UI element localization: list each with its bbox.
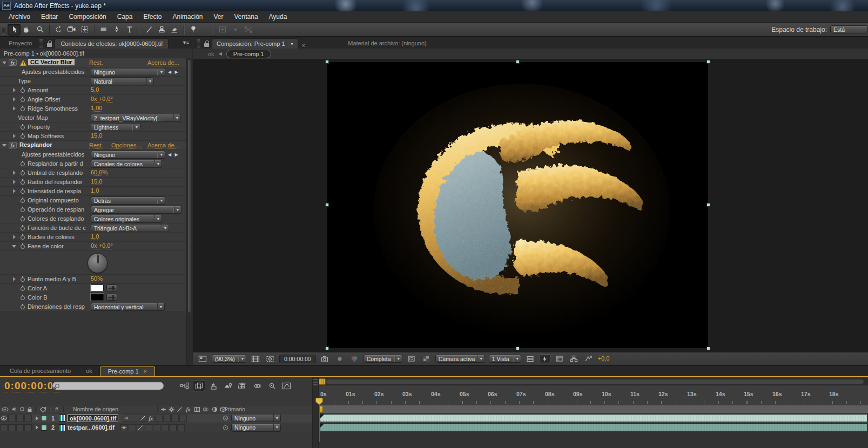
frame-blend-switch-icon[interactable] xyxy=(193,406,201,412)
preset-dropdown[interactable]: Ninguno▼ xyxy=(91,68,165,76)
param-value[interactable]: 1,00 xyxy=(91,105,102,112)
draft-3d-icon[interactable] xyxy=(193,380,205,391)
rectangle-tool[interactable] xyxy=(97,24,110,36)
time-navigator[interactable] xyxy=(319,378,868,385)
selection-handle[interactable] xyxy=(706,60,710,64)
region-of-interest-icon[interactable] xyxy=(406,354,417,363)
color-loop-dropdown[interactable]: Triángulo A>B>A▼ xyxy=(91,224,169,232)
selection-handle[interactable] xyxy=(325,60,329,64)
effects-toggle[interactable]: fx xyxy=(147,415,154,422)
dimensions-dropdown[interactable]: Horizontal y vertical▼ xyxy=(91,303,165,311)
color-a-swatch[interactable] xyxy=(91,284,104,291)
transparency-grid-icon[interactable] xyxy=(421,354,432,363)
param-value[interactable]: 1,0 xyxy=(91,187,99,194)
menu-ayuda[interactable]: Ayuda xyxy=(264,11,293,22)
tab-composition[interactable]: Composición: Pre-comp 1 ▼ xyxy=(212,38,298,49)
stopwatch-icon[interactable] xyxy=(21,180,25,185)
options-link[interactable]: Opciones... xyxy=(111,142,142,149)
about-link[interactable]: Acerca de... xyxy=(147,142,179,149)
panel-gripper[interactable] xyxy=(39,39,43,47)
effects-scrollbar[interactable] xyxy=(186,58,192,365)
tab-close-icon[interactable]: × xyxy=(300,42,307,49)
property-dropdown[interactable]: Lightness▼ xyxy=(91,123,140,131)
expander-icon[interactable] xyxy=(13,180,16,184)
stopwatch-icon[interactable] xyxy=(21,107,25,111)
stopwatch-icon[interactable] xyxy=(21,134,25,139)
phase-dial[interactable] xyxy=(88,253,107,273)
glow-colors-dropdown[interactable]: Colores originales▼ xyxy=(91,215,162,223)
layer-expander-icon[interactable] xyxy=(32,416,41,420)
time-navigator-start-handle[interactable] xyxy=(319,378,326,385)
effect-header-cc-vector-blur[interactable]: fx CC Vector Blur Rest. Acerca de... xyxy=(0,58,187,67)
video-visibility-toggle[interactable] xyxy=(0,415,8,422)
solo-toggle[interactable] xyxy=(16,415,24,422)
video-visibility-toggle[interactable] xyxy=(0,424,8,431)
stopwatch-icon[interactable] xyxy=(21,199,25,203)
stopwatch-icon[interactable] xyxy=(21,235,25,240)
3d-toggle[interactable] xyxy=(177,424,185,431)
panel-gripper[interactable] xyxy=(197,39,200,47)
workspace-dropdown[interactable]: Está xyxy=(830,25,868,33)
collapse-triangle-icon[interactable] xyxy=(2,144,6,147)
work-area-bar[interactable] xyxy=(319,405,868,413)
audio-toggle[interactable] xyxy=(8,415,16,422)
menu-ventana[interactable]: Ventana xyxy=(229,11,264,22)
title-bar[interactable]: Ae Adobe After Effects - yuke.aep * xyxy=(0,0,868,11)
timeline-button-icon[interactable] xyxy=(554,354,565,363)
motion-blur-icon[interactable] xyxy=(237,380,249,391)
solo-toggle[interactable] xyxy=(16,424,24,431)
expander-icon[interactable] xyxy=(13,97,16,101)
number-column-header[interactable]: # xyxy=(52,406,62,412)
param-value[interactable]: 15,0 xyxy=(91,178,102,185)
layer-row-2[interactable]: 2 testpar...0600].tif Ninguno▼ xyxy=(0,423,312,432)
effect-header-resplandor[interactable]: fx Resplandor Rest. Opciones... Acerca d… xyxy=(0,141,187,150)
tab-close-icon[interactable]: × xyxy=(144,367,147,376)
expander-icon[interactable] xyxy=(13,88,16,92)
motion-blur-toggle[interactable] xyxy=(161,424,169,431)
brainstorm-icon[interactable] xyxy=(251,380,264,391)
text-tool[interactable] xyxy=(123,24,136,36)
parent-dropdown[interactable]: Ninguno▼ xyxy=(231,424,281,432)
shy-toggle[interactable] xyxy=(120,424,128,431)
pen-tool[interactable] xyxy=(110,24,123,36)
selection-handle[interactable] xyxy=(706,203,710,207)
stopwatch-icon[interactable] xyxy=(21,162,25,166)
stopwatch-icon[interactable] xyxy=(21,305,25,309)
adjustment-toggle[interactable] xyxy=(169,424,177,431)
flow-prev-comp[interactable]: ok xyxy=(208,51,214,57)
toolbar-gripper[interactable] xyxy=(2,25,5,35)
fx-icon[interactable]: fx xyxy=(9,142,17,148)
stopwatch-icon[interactable] xyxy=(21,89,25,93)
exposure-value[interactable]: +0,0 xyxy=(598,355,610,362)
layer-row-1[interactable]: 1 ok[0000-0600].tif fx Ninguno▼ xyxy=(0,413,312,423)
preset-nav-arrows[interactable]: ◀ ▶ xyxy=(168,70,179,74)
time-navigator-bar[interactable] xyxy=(326,379,864,384)
reset-link[interactable]: Rest. xyxy=(89,142,103,149)
tab-proyecto[interactable]: Proyecto xyxy=(3,38,37,49)
collapse-toggle[interactable] xyxy=(129,424,136,431)
audio-column-icon[interactable] xyxy=(10,406,18,412)
lock-icon[interactable] xyxy=(46,40,53,47)
composition-viewer[interactable] xyxy=(193,59,868,352)
expander-icon[interactable] xyxy=(13,189,16,193)
safe-margins-icon[interactable] xyxy=(250,354,261,363)
audio-toggle[interactable] xyxy=(8,424,16,431)
stopwatch-icon[interactable] xyxy=(21,171,25,175)
menu-capa[interactable]: Capa xyxy=(112,11,138,22)
selection-handle[interactable] xyxy=(325,347,329,350)
video-column-icon[interactable] xyxy=(0,407,10,412)
quality-switch-icon[interactable] xyxy=(176,406,184,412)
composite-dropdown[interactable]: Detrás▼ xyxy=(91,196,165,205)
scrollbar-thumb[interactable] xyxy=(187,59,191,313)
adjustment-toggle[interactable] xyxy=(171,415,179,422)
param-value[interactable]: 15,0 xyxy=(91,132,102,139)
param-value[interactable]: 1,0 xyxy=(91,233,99,240)
reset-link[interactable]: Rest. xyxy=(89,59,103,66)
tab-precomp-1[interactable]: Pre-comp 1 × xyxy=(100,366,155,376)
color-b-swatch[interactable] xyxy=(91,294,104,301)
share-view-icon[interactable] xyxy=(525,354,536,363)
about-link[interactable]: Acerca de... xyxy=(147,59,179,66)
stopwatch-icon[interactable] xyxy=(21,208,25,212)
menu-efecto[interactable]: Efecto xyxy=(138,11,167,22)
glow-based-dropdown[interactable]: Canales de colores▼ xyxy=(91,160,162,168)
